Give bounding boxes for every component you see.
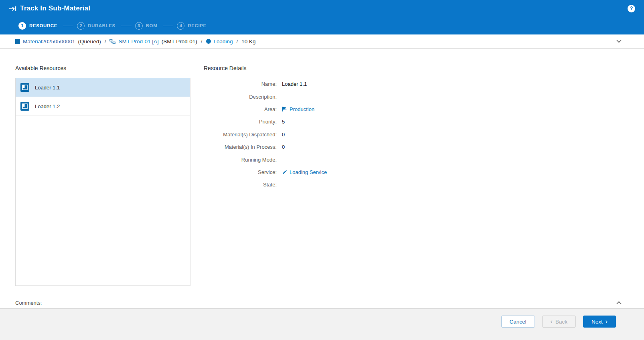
- chevron-left-icon: ‹: [551, 318, 553, 325]
- detail-value: Loader 1.1: [282, 81, 307, 87]
- step-number: 4: [177, 22, 184, 30]
- step-durables[interactable]: 2 DURABLES: [77, 22, 115, 30]
- detail-row-materials-in-process: Material(s) In Process: 0: [204, 141, 644, 153]
- chevron-down-icon[interactable]: [615, 38, 623, 45]
- breadcrumb-material-link[interactable]: Material20250500001: [23, 38, 75, 45]
- breadcrumb: Material20250500001 (Queued) / SMT Prod-…: [0, 34, 644, 49]
- step-number: 2: [77, 22, 85, 30]
- detail-label: Description:: [204, 94, 277, 100]
- detail-label: Priority:: [204, 119, 277, 125]
- breadcrumb-items: Material20250500001 (Queued) / SMT Prod-…: [15, 38, 256, 45]
- area-icon: [282, 106, 287, 112]
- area-link[interactable]: Production: [290, 106, 314, 112]
- detail-label: Material(s) In Process:: [204, 144, 277, 150]
- resource-list-item[interactable]: Loader 1.1: [16, 78, 190, 97]
- service-icon: [282, 170, 287, 175]
- detail-label: State:: [204, 182, 277, 188]
- flow-icon: [109, 39, 115, 44]
- detail-label: Service:: [204, 169, 277, 175]
- detail-label: Area:: [204, 106, 277, 112]
- back-button[interactable]: ‹ Back: [542, 316, 576, 328]
- step-number: 1: [18, 22, 26, 30]
- help-icon[interactable]: ?: [628, 5, 635, 12]
- next-label: Next: [591, 319, 603, 325]
- page-title: Track In Sub-Material: [20, 4, 90, 12]
- detail-row-description: Description:: [204, 90, 644, 103]
- material-icon: [15, 39, 20, 44]
- next-button[interactable]: Next ›: [583, 316, 616, 328]
- resource-name: Loader 1.2: [35, 103, 60, 109]
- available-resources-panel: Available Resources Loader 1.1 Loader 1.…: [15, 65, 190, 297]
- step-resource[interactable]: 1 RESOURCE: [18, 22, 57, 30]
- track-in-wizard-window: Track In Sub-Material ? 1 RESOURCE 2 DUR…: [0, 0, 644, 340]
- available-resources-title: Available Resources: [15, 65, 190, 71]
- wizard-steps: 1 RESOURCE 2 DURABLES 3 BOM 4 RECIPE: [0, 17, 644, 34]
- step-bom[interactable]: 3 BOM: [135, 22, 158, 30]
- resource-list: Loader 1.1 Loader 1.2: [15, 78, 190, 286]
- step-label: RESOURCE: [29, 23, 57, 28]
- detail-row-name: Name: Loader 1.1: [204, 78, 644, 90]
- flow-alt-name: (SMT Prod-01): [162, 38, 197, 45]
- step-number: 3: [135, 22, 143, 30]
- breadcrumb-flow-link[interactable]: SMT Prod-01 [A]: [118, 38, 158, 45]
- breadcrumb-quantity: 10 Kg: [241, 38, 255, 45]
- detail-value: 5: [282, 119, 285, 125]
- cancel-label: Cancel: [510, 319, 527, 325]
- breadcrumb-separator: /: [105, 38, 106, 45]
- step-label: DURABLES: [88, 23, 115, 28]
- detail-label: Material(s) Dispatched:: [204, 132, 277, 138]
- comments-bar[interactable]: Comments:: [0, 297, 644, 308]
- detail-label: Running Mode:: [204, 157, 277, 163]
- breadcrumb-separator: /: [237, 38, 238, 45]
- detail-row-materials-dispatched: Material(s) Dispatched: 0: [204, 128, 644, 141]
- service-link[interactable]: Loading Service: [290, 169, 327, 175]
- detail-row-service: Service: Loading Service: [204, 166, 644, 178]
- detail-row-running-mode: Running Mode:: [204, 153, 644, 166]
- resource-details-panel: Resource Details Name: Loader 1.1 Descri…: [204, 65, 644, 297]
- detail-value: 0: [282, 144, 285, 150]
- detail-row-state: State:: [204, 178, 644, 191]
- detail-value: 0: [282, 132, 285, 138]
- chevron-right-icon: ›: [606, 318, 608, 325]
- material-state: (Queued): [78, 38, 101, 45]
- title-row: Track In Sub-Material ?: [0, 0, 644, 17]
- back-label: Back: [555, 319, 567, 325]
- resource-name: Loader 1.1: [35, 85, 60, 91]
- detail-row-priority: Priority: 5: [204, 115, 644, 128]
- step-connector: [163, 26, 173, 26]
- breadcrumb-step-link[interactable]: Loading: [214, 38, 233, 45]
- step-label: RECIPE: [188, 23, 206, 28]
- loader-resource-icon: [20, 102, 29, 111]
- chevron-up-icon[interactable]: [615, 300, 623, 306]
- current-step-icon: [206, 39, 211, 44]
- step-label: BOM: [146, 23, 158, 28]
- resource-details-title: Resource Details: [204, 65, 644, 71]
- main-content: Available Resources Loader 1.1 Loader 1.…: [0, 49, 644, 297]
- detail-label: Name:: [204, 81, 277, 87]
- resource-list-item[interactable]: Loader 1.2: [16, 97, 190, 116]
- wizard-footer: Cancel ‹ Back Next ›: [0, 308, 644, 340]
- cancel-button[interactable]: Cancel: [501, 316, 535, 328]
- breadcrumb-separator: /: [201, 38, 203, 45]
- step-recipe[interactable]: 4 RECIPE: [177, 22, 206, 30]
- step-connector: [63, 26, 73, 26]
- step-connector: [121, 26, 132, 26]
- detail-row-area: Area: Production: [204, 103, 644, 115]
- comments-label: Comments:: [15, 300, 42, 306]
- loader-resource-icon: [20, 83, 29, 92]
- track-in-icon: [9, 6, 16, 12]
- app-header: Track In Sub-Material ? 1 RESOURCE 2 DUR…: [0, 0, 644, 34]
